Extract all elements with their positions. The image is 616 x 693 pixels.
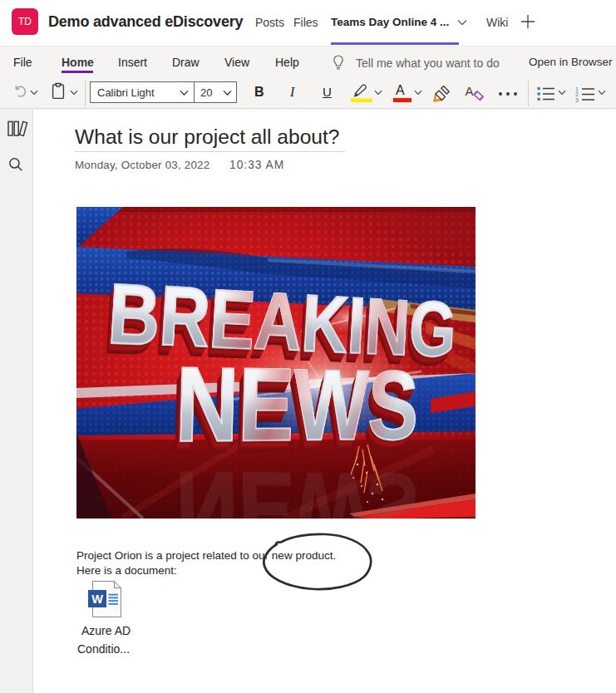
svg-text:3: 3: [575, 97, 579, 103]
svg-text:A: A: [466, 85, 474, 98]
svg-text:W: W: [91, 592, 103, 606]
